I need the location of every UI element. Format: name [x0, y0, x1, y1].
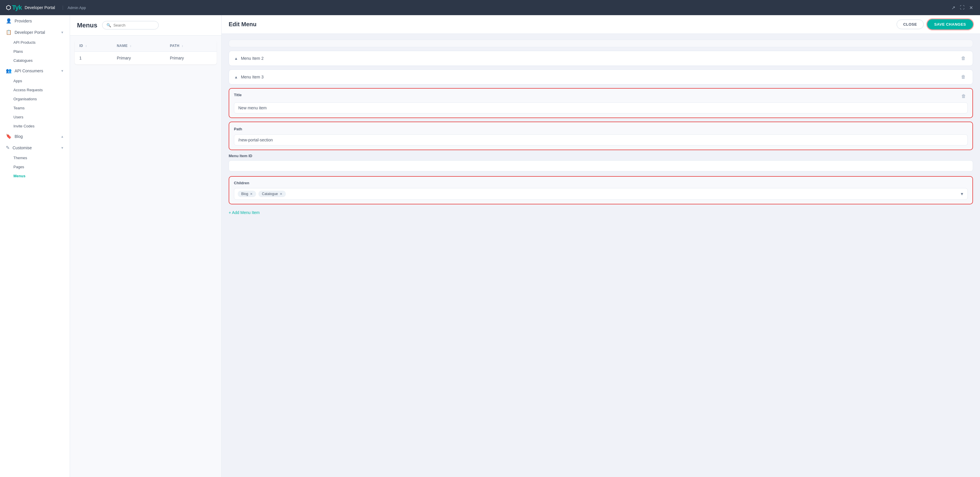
tyk-logo: ⬡ Tyk	[6, 4, 22, 11]
delete-menu-item-3-button[interactable]: 🗑	[959, 74, 967, 80]
search-input[interactable]	[113, 23, 154, 27]
children-input-area[interactable]: Blog ✕ Catalogue ✕ ▼	[234, 188, 968, 200]
sidebar-item-apps[interactable]: Apps	[0, 76, 70, 86]
menu-item-2-label: Menu Item 2	[241, 56, 959, 60]
sidebar-item-api-consumers[interactable]: 👥 API Consumers ▼	[0, 65, 70, 76]
menu-item-above	[229, 40, 973, 47]
title-input[interactable]: New menu item	[234, 102, 968, 113]
sidebar-item-developer-portal[interactable]: 📋 Developer Portal ▼	[0, 27, 70, 38]
sidebar-item-blog[interactable]: 🔖 Blog ▲	[0, 130, 70, 142]
portal-text: Developer Portal	[24, 5, 55, 10]
sidebar-item-access-requests[interactable]: Access Requests	[0, 86, 70, 94]
search-box[interactable]: 🔍	[102, 21, 159, 29]
maximize-icon[interactable]: ⛶	[959, 4, 966, 12]
sort-name-icon: ↕	[130, 45, 132, 48]
edit-body: ▲ Menu Item 2 🗑 ▲ Menu Item 3 🗑 Title	[222, 34, 980, 477]
blog-icon: 🔖	[6, 134, 12, 139]
close-header-icon[interactable]: ✕	[968, 4, 974, 12]
menu-item-id-input[interactable]	[229, 161, 973, 172]
children-label: Children	[234, 181, 968, 185]
tag-blog: Blog ✕	[238, 191, 256, 197]
chevron-down-icon: ▼	[60, 146, 64, 149]
external-link-icon[interactable]: ↗	[950, 4, 956, 12]
menus-panel: Menus 🔍 ID ↕	[70, 15, 222, 477]
top-header: ⬡ Tyk Developer Portal Admin App ↗ ⛶ ✕	[0, 0, 980, 15]
edit-panel: Edit Menu CLOSE SAVE CHANGES ▲ Menu Item…	[222, 15, 980, 477]
path-field-label: Path	[234, 127, 242, 131]
sidebar-item-pages[interactable]: Pages	[0, 162, 70, 172]
app-container: ⬡ Tyk Developer Portal Admin App ↗ ⛶ ✕ 👤…	[0, 0, 980, 477]
chevron-up-icon: ▲	[234, 75, 238, 79]
sidebar-item-menus[interactable]: Menus	[0, 172, 70, 180]
sidebar-item-teams[interactable]: Teams	[0, 103, 70, 113]
delete-menu-item-2-button[interactable]: 🗑	[959, 55, 967, 62]
person-icon: 👤	[6, 18, 12, 24]
sidebar-item-customise[interactable]: ✎ Customise ▼	[0, 142, 70, 153]
edit-panel-title: Edit Menu	[229, 21, 897, 28]
delete-active-item-button[interactable]: 🗑	[959, 93, 968, 99]
sidebar-item-themes[interactable]: Themes	[0, 153, 70, 162]
app-name-label: Admin App	[63, 6, 86, 10]
customise-icon: ✎	[6, 145, 10, 151]
table-row[interactable]: 1 Primary Primary	[75, 52, 217, 65]
search-icon: 🔍	[107, 23, 111, 27]
sidebar: 👤 Providers 📋 Developer Portal ▼ API Pro…	[0, 15, 70, 477]
main-layout: 👤 Providers 📋 Developer Portal ▼ API Pro…	[0, 15, 980, 477]
sidebar-item-invite-codes[interactable]: Invite Codes	[0, 122, 70, 130]
content-area: Menus 🔍 ID ↕	[70, 15, 980, 477]
chevron-down-icon: ▼	[60, 30, 64, 34]
sidebar-item-providers[interactable]: 👤 Providers	[0, 15, 70, 27]
menu-item-2-row[interactable]: ▲ Menu Item 2 🗑	[229, 51, 973, 66]
header-icons: ↗ ⛶ ✕	[950, 4, 974, 12]
children-dropdown-icon[interactable]: ▼	[960, 192, 964, 196]
sidebar-item-api-products[interactable]: API Products	[0, 38, 70, 47]
sidebar-item-catalogues[interactable]: Catalogues	[0, 56, 70, 65]
col-name[interactable]: NAME ↕	[112, 40, 165, 52]
portal-icon: 📋	[6, 29, 12, 35]
cell-id: 1	[75, 52, 112, 65]
menu-item-id-field-wrapper: Menu Item ID	[229, 154, 973, 172]
sidebar-item-plans[interactable]: Plans	[0, 47, 70, 56]
menu-item-id-label: Menu Item ID	[229, 154, 973, 158]
close-button[interactable]: CLOSE	[897, 19, 924, 29]
title-field-label: Title	[234, 93, 242, 97]
cell-path: Primary	[165, 52, 217, 65]
remove-catalogue-tag-button[interactable]: ✕	[280, 192, 282, 196]
edit-header: Edit Menu CLOSE SAVE CHANGES	[222, 15, 980, 34]
table-container: ID ↕ NAME ↕ PATH ↕	[70, 36, 221, 69]
sidebar-item-users[interactable]: Users	[0, 113, 70, 122]
remove-blog-tag-button[interactable]: ✕	[250, 192, 253, 196]
logo-area: ⬡ Tyk Developer Portal Admin App	[6, 4, 86, 11]
chevron-down-icon: ▼	[60, 69, 64, 73]
menu-item-3-label: Menu Item 3	[241, 75, 959, 79]
chevron-up-icon: ▲	[234, 56, 238, 60]
consumers-icon: 👥	[6, 68, 12, 73]
sort-id-icon: ↕	[86, 45, 87, 48]
col-id[interactable]: ID ↕	[75, 40, 112, 52]
menus-title: Menus	[77, 22, 97, 29]
title-field-wrapper: Title 🗑 New menu item	[229, 88, 973, 118]
save-changes-button[interactable]: SAVE CHANGES	[927, 19, 973, 29]
add-menu-item-button[interactable]: + Add Menu Item	[229, 208, 973, 217]
cell-name: Primary	[112, 52, 165, 65]
menu-item-3-row[interactable]: ▲ Menu Item 3 🗑	[229, 69, 973, 84]
path-field-wrapper: Path /new-portal-section	[229, 122, 973, 150]
menus-header: Menus 🔍	[70, 15, 221, 36]
tag-catalogue: Catalogue ✕	[258, 191, 286, 197]
children-wrapper: Children Blog ✕ Catalogue ✕ ▼	[229, 176, 973, 204]
sort-path-icon: ↕	[182, 45, 183, 48]
menus-table: ID ↕ NAME ↕ PATH ↕	[75, 40, 217, 64]
chevron-up-icon: ▲	[60, 135, 64, 138]
col-path[interactable]: PATH ↕	[165, 40, 217, 52]
path-input[interactable]: /new-portal-section	[234, 134, 968, 145]
sidebar-item-organisations[interactable]: Organisations	[0, 94, 70, 103]
